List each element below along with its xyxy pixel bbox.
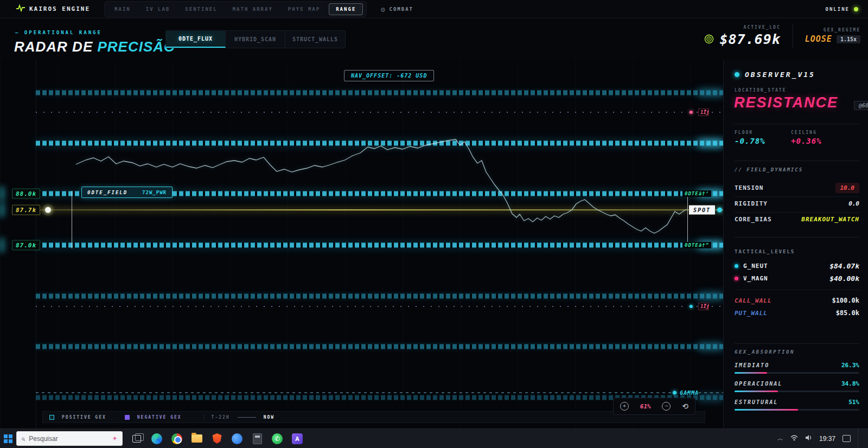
- reset-view-button[interactable]: ⟲: [682, 402, 688, 411]
- gex-radar-chart[interactable]: 90.0k 89.0k 88.0k 87.7k 87.0k 86.0k 85.0…: [0, 60, 723, 428]
- nav-item-phys-map[interactable]: PHYS MAP: [282, 4, 327, 15]
- estrutural-value: 51%: [848, 399, 859, 406]
- sigma-upper-dot: [690, 111, 693, 114]
- time-cursor-start[interactable]: [72, 191, 72, 248]
- floor-value: -0.78%: [735, 137, 765, 145]
- chrome-icon: [171, 433, 182, 444]
- online-status-dot: [854, 7, 858, 11]
- spot-left-marker: [45, 207, 51, 213]
- put-wall-value: $85.0k: [836, 309, 859, 317]
- brave-icon: [213, 433, 222, 444]
- nav-item-iv-lab[interactable]: IV LAB: [139, 4, 177, 15]
- edge-icon: [151, 433, 162, 444]
- blue-app-button[interactable]: [229, 431, 245, 446]
- gex-band-89k: [36, 141, 723, 146]
- sigma-lower-dot: [690, 305, 693, 308]
- v-magn-value: $40.00k: [829, 274, 859, 283]
- sigma-upper-row: [36, 112, 723, 113]
- app-title: KAIROS ENGINE: [29, 5, 90, 12]
- nav-item-sentinel[interactable]: SENTINEL: [178, 4, 224, 15]
- task-view-button[interactable]: [129, 431, 144, 446]
- spot-price-line: [36, 209, 723, 210]
- fd-divider-2: [735, 212, 859, 213]
- volume-icon[interactable]: [805, 434, 812, 443]
- gamma-flip-row: [36, 392, 723, 393]
- gex-band-85k: [36, 344, 723, 349]
- show-desktop-button[interactable]: [858, 429, 860, 448]
- start-button[interactable]: [0, 429, 16, 448]
- nav-item-range[interactable]: RANGE: [329, 3, 363, 15]
- put-wall-label: PUT_WALL: [735, 310, 768, 317]
- zoom-in-button[interactable]: +: [620, 402, 629, 411]
- pinned-apps: ✆ A: [129, 431, 305, 446]
- gamma-flip-tag: GAMMA: [673, 390, 699, 396]
- nav-item-math-array[interactable]: MATH ARRAY: [226, 4, 279, 15]
- put-wall-row: PUT_WALL $85.0k: [735, 309, 859, 317]
- purple-app-button[interactable]: A: [290, 431, 305, 446]
- header-metrics: ACTIVE_LOC $87.69k GEX_REGIME LOOSE 1.15…: [704, 24, 860, 48]
- file-explorer-button[interactable]: [189, 431, 205, 446]
- operacional-label: OPERACIONAL: [735, 381, 782, 387]
- connection-status: ONLINE: [825, 7, 868, 12]
- observer-status-dot: [735, 72, 739, 77]
- state-ref-badge: @68: [854, 101, 868, 110]
- whatsapp-icon: ✆: [272, 433, 283, 444]
- panel-divider-3: [735, 237, 859, 238]
- edge-button[interactable]: [149, 431, 164, 446]
- purple-app-icon: A: [292, 433, 303, 444]
- notification-center-icon[interactable]: [843, 435, 851, 442]
- core-bias-value: BREAKOUT_WATCH: [801, 216, 859, 223]
- gex-band-90k: [36, 91, 723, 95]
- gex-absorption-header: GEX_ABSORPTION: [735, 349, 795, 355]
- tactical-levels-header: TACTICAL_LEVELS: [735, 249, 795, 254]
- time-now-label: NOW: [264, 415, 275, 420]
- tab-hybrid-scan[interactable]: HYBRID_SCAN: [226, 31, 285, 48]
- search-highlights-icon: ✦: [112, 434, 118, 443]
- operacional-bar-fill: [735, 391, 778, 392]
- time-start-label: T-22H: [212, 415, 230, 420]
- chrome-button[interactable]: [169, 431, 184, 446]
- tab-struct-walls[interactable]: STRUCT_WALLS: [285, 31, 345, 48]
- panel-divider-2: [735, 161, 859, 161]
- core-bias-label: CORE_BIAS: [735, 216, 772, 223]
- g-neut-label: G_NEUT: [743, 263, 768, 270]
- whatsapp-button[interactable]: ✆: [270, 431, 285, 446]
- call-wall-row: CALL_WALL $100.0k: [735, 297, 859, 304]
- tactical-divider: [735, 290, 859, 290]
- location-state-label: LOCATION_STATE: [735, 88, 786, 93]
- clock[interactable]: 19:37: [819, 435, 835, 443]
- tension-value: 10.0: [835, 183, 860, 193]
- crosshair-icon: ◎: [381, 5, 386, 13]
- left-edge-glow-2: [0, 203, 4, 217]
- operacional-bar-track: [735, 391, 859, 392]
- nav-item-main[interactable]: MAIN: [108, 4, 137, 15]
- v-magn-dot: [735, 277, 738, 280]
- tab-odte-flux[interactable]: 0DTE_FLUX: [166, 31, 226, 48]
- imediato-label: IMEDIATO: [735, 362, 769, 368]
- observer-header: OBSERVER_V15: [735, 71, 815, 79]
- g-neut-row: G_NEUT $84.07k: [735, 262, 859, 270]
- fd-divider-1: [735, 196, 859, 197]
- core-bias-row: CORE_BIAS BREAKOUT_WATCH: [735, 216, 859, 223]
- estrutural-bar-track: [735, 409, 859, 411]
- combat-link[interactable]: ◎ COMBAT: [381, 5, 413, 13]
- tray-expand-chevron-icon[interactable]: ︿: [777, 434, 783, 443]
- search-input[interactable]: ⌕ Pesquisar ✦: [16, 431, 123, 446]
- section-eyebrow: — OPERATIONAL RANGE: [15, 30, 102, 35]
- gex-regime-label: GEX_REGIME: [805, 28, 860, 33]
- gex-regime-block: GEX_REGIME LOOSE 1.15x: [805, 28, 860, 44]
- zoom-out-button[interactable]: −: [662, 402, 671, 411]
- g-neut-dot: [735, 264, 738, 268]
- zoom-level-value: 61%: [640, 403, 651, 410]
- imediato-row: IMEDIATO 26.3%: [735, 362, 859, 374]
- ceiling-label: CEILING: [791, 130, 817, 135]
- network-icon[interactable]: [790, 435, 798, 443]
- observer-name: OBSERVER_V15: [745, 71, 815, 79]
- gamma-dot-icon: [673, 391, 676, 395]
- time-cursor-now[interactable]: [687, 191, 688, 248]
- calculator-button[interactable]: [250, 431, 265, 446]
- header-divider: [793, 24, 793, 48]
- odte-field-tooltip: 0DTE_FIELD 72W_PWR: [81, 187, 173, 198]
- panel-divider-4: [735, 343, 859, 344]
- brave-button[interactable]: [209, 431, 225, 446]
